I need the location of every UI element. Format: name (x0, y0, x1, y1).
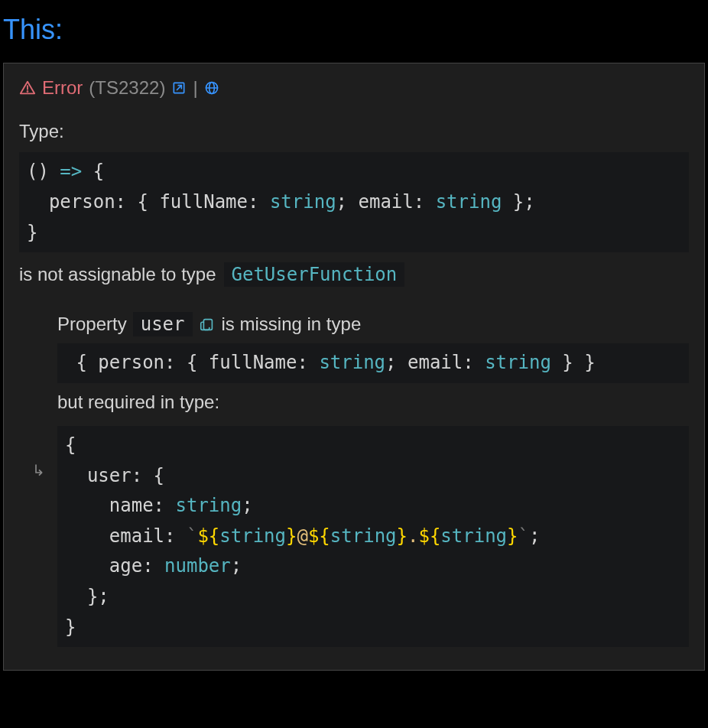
error-label: Error (42, 77, 83, 99)
type-label: Type: (19, 117, 689, 146)
code-token: email (65, 525, 164, 547)
code-token: { (65, 434, 76, 456)
code-token: . (408, 525, 418, 547)
code-token: string (436, 191, 502, 213)
code-token: : (164, 525, 187, 547)
code-block-required-type: { user: { name: string; email: `${string… (57, 426, 689, 647)
code-token: email (408, 352, 463, 373)
code-token: ; (385, 352, 408, 373)
code-block-missing-in-type: { person: { fullName: string; email: str… (57, 343, 689, 383)
code-token: string (219, 525, 286, 547)
code-token: ` (518, 525, 529, 547)
svg-line-3 (177, 86, 182, 90)
code-token: } (286, 525, 297, 547)
code-token: : (248, 191, 270, 213)
warning-icon (19, 80, 36, 96)
text-but-required: but required in type: (57, 388, 689, 417)
code-token: }; (65, 586, 109, 607)
code-token: : (142, 555, 164, 577)
code-token: ` (187, 525, 197, 547)
code-token: string (330, 525, 397, 547)
code-token: { (187, 352, 197, 373)
code-token: string (270, 191, 336, 213)
code-token: : (154, 495, 176, 516)
code-token: : { (132, 465, 164, 486)
code-token: string (485, 352, 551, 373)
code-token: ${ (308, 525, 330, 547)
code-token: email (359, 191, 414, 213)
svg-rect-7 (203, 319, 212, 330)
code-token: name (65, 495, 154, 516)
continuation-arrow-icon: ↳ (19, 426, 57, 479)
code-token: { (65, 352, 98, 373)
prop-name-inline: user (133, 312, 193, 336)
code-token: fullName (197, 352, 297, 373)
code-token: }; (502, 191, 534, 213)
page-title: This: (0, 0, 708, 60)
code-token: ; (242, 495, 252, 516)
code-token: } (397, 525, 408, 547)
external-link-icon[interactable] (171, 80, 187, 96)
code-token: ${ (418, 525, 440, 547)
property-missing-row: Property user is missing in type (57, 310, 689, 339)
code-token: string (319, 352, 385, 373)
code-token: : (297, 352, 319, 373)
code-token: ${ (197, 525, 219, 547)
message-not-assignable: is not assignable to type GetUserFunctio… (19, 260, 689, 289)
type-name-inline: GetUserFunction (224, 262, 405, 287)
error-header: Error (TS2322) | (19, 77, 689, 99)
code-token: user (65, 465, 132, 486)
code-token: } (65, 616, 76, 638)
code-token: person (27, 191, 115, 213)
code-token: } } (551, 352, 606, 373)
code-token: age (65, 555, 142, 577)
text-not-assignable: is not assignable to type (19, 260, 216, 289)
svg-point-1 (28, 91, 28, 92)
code-token: string (440, 525, 507, 547)
code-token: @ (297, 525, 307, 547)
code-token: ; (231, 555, 242, 577)
error-code: (TS2322) (89, 77, 165, 99)
clipboard-icon[interactable] (199, 316, 216, 333)
code-token: string (176, 495, 242, 516)
code-token: person (98, 352, 164, 373)
code-token: : (115, 191, 138, 213)
code-token: { (138, 191, 148, 213)
separator: | (193, 77, 197, 99)
code-token: () (27, 161, 60, 182)
code-token: ; (529, 525, 540, 547)
code-token: ; (336, 191, 359, 213)
globe-icon[interactable] (204, 80, 219, 96)
error-panel: Error (TS2322) | Type: () => { person: {… (3, 63, 705, 671)
code-token: : (164, 352, 187, 373)
code-token: { (82, 161, 104, 182)
code-token: : (463, 352, 485, 373)
code-token: } (27, 222, 37, 243)
code-token: fullName (148, 191, 248, 213)
text-property: Property (57, 310, 127, 339)
text-missing: is missing in type (222, 310, 362, 339)
code-token: : (414, 191, 436, 213)
code-token: } (507, 525, 518, 547)
code-token: number (164, 555, 231, 577)
code-token: => (60, 161, 82, 182)
code-block-source-type: () => { person: { fullName: string; emai… (19, 152, 689, 252)
